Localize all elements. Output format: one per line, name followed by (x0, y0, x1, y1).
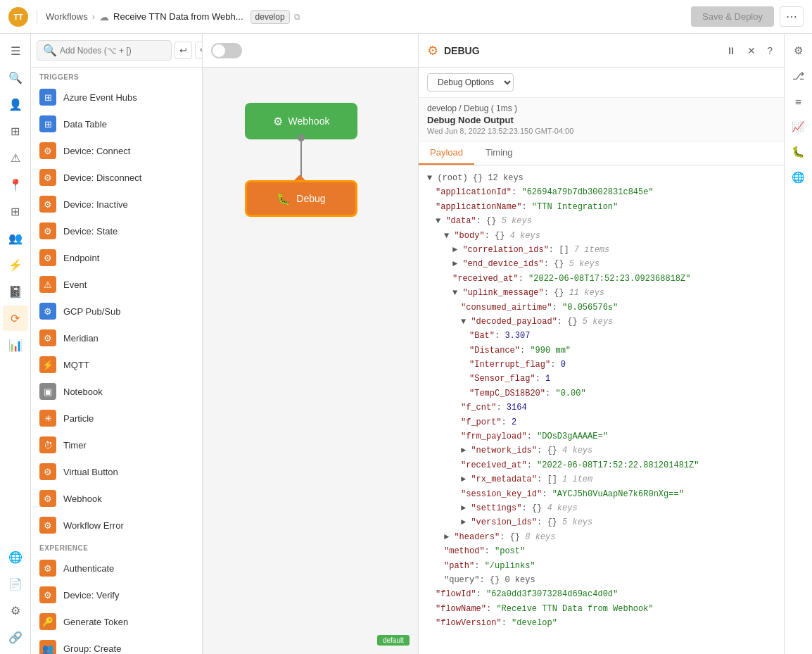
node-event[interactable]: ⚠ Event (31, 271, 202, 298)
debug-close-button[interactable]: ✕ (744, 42, 759, 59)
json-line: ► "headers": {} 8 keys (419, 530, 784, 544)
node-label-webhook: Webhook (63, 493, 102, 504)
undo-button[interactable]: ↩ (175, 42, 192, 59)
sidebar-icon-notebook[interactable]: 📓 (3, 279, 28, 304)
sidebar-icon-file[interactable]: 📄 (3, 571, 28, 596)
canvas-area: ⚙ Webhook 🐛 Debug default (203, 34, 418, 654)
right-sidebar: ⚙ ⎇ ≡ 📈 🐛 🌐 (784, 34, 812, 654)
sidebar-icon-hamburger[interactable]: ☰ (3, 38, 28, 63)
node-label-mqtt: MQTT (63, 360, 89, 370)
node-label-device-disconnect: Device: Disconnect (63, 172, 141, 183)
node-panel-toolbar: 🔍 ↩ ↪ ✂ 🔍 ⊞ ⊡ (31, 34, 202, 68)
node-virtual-button[interactable]: ⚙ Virtual Button (31, 458, 202, 485)
debug-pause-button[interactable]: ⏸ (723, 42, 739, 59)
rs-layers-icon[interactable]: ≡ (787, 90, 810, 113)
node-label-endpoint: Endpoint (63, 253, 99, 263)
node-group-create[interactable]: 👥 Group: Create (31, 635, 202, 654)
json-line: ▼ "body": {} 4 keys (419, 229, 784, 243)
breadcrumb-workflows[interactable]: Workflows (46, 11, 88, 22)
node-endpoint[interactable]: ⚙ Endpoint (31, 244, 202, 271)
node-generate-token[interactable]: 🔑 Generate Token (31, 608, 202, 635)
node-label-generate-token: Generate Token (63, 617, 128, 627)
node-device-disconnect[interactable]: ⚙ Device: Disconnect (31, 164, 202, 191)
node-workflow-error[interactable]: ⚙ Workflow Error (31, 512, 202, 539)
node-icon-data-table: ⊞ (39, 115, 56, 132)
debug-help-button[interactable]: ? (764, 42, 775, 59)
json-line: ► "rx_metadata": [] 1 item (419, 472, 784, 486)
node-notebook[interactable]: ▣ Notebook (31, 378, 202, 405)
canvas-inner[interactable]: ⚙ Webhook 🐛 Debug default (203, 68, 418, 654)
topbar-menu-button[interactable]: ⋯ (780, 6, 804, 27)
sidebar-icon-location[interactable]: 📍 (3, 172, 28, 197)
copy-icon[interactable]: ⧉ (294, 12, 300, 22)
node-label-workflow-error: Workflow Error (63, 520, 124, 531)
sidebar-icon-grid[interactable]: ⊞ (3, 199, 28, 224)
node-device-inactive[interactable]: ⚙ Device: Inactive (31, 191, 202, 218)
json-line: "query": {} 0 keys (419, 573, 784, 587)
tab-payload[interactable]: Payload (419, 142, 474, 165)
debug-options-select[interactable]: Debug Options (427, 73, 514, 92)
json-line: "Bat": 3.307 (419, 329, 784, 343)
tab-timing[interactable]: Timing (474, 142, 524, 165)
toggle-switch[interactable] (211, 43, 242, 58)
json-line: ► "network_ids": {} 4 keys (419, 444, 784, 458)
node-mqtt[interactable]: ⚡ MQTT (31, 351, 202, 378)
node-meridian[interactable]: ⚙ Meridian (31, 325, 202, 351)
node-label-notebook: Notebook (63, 386, 103, 397)
rs-debug-icon[interactable]: 🐛 (787, 141, 810, 163)
node-icon-azure: ⊞ (39, 89, 56, 106)
node-icon-generate-token: 🔑 (39, 613, 56, 630)
json-line: "f_cnt": 3164 (419, 401, 784, 415)
debug-node-icon: 🐛 (277, 192, 291, 206)
branch-badge[interactable]: develop (250, 10, 290, 24)
json-line: "consumed_airtime": "0.056576s" (419, 301, 784, 315)
rs-chart-icon[interactable]: 📈 (787, 115, 810, 138)
node-label-gcp: GCP Pub/Sub (63, 306, 120, 317)
node-timer[interactable]: ⏱ Timer (31, 432, 202, 458)
sidebar-icon-settings[interactable]: ⚙ (3, 598, 28, 623)
node-device-state[interactable]: ⚙ Device: State (31, 218, 202, 244)
json-line: "Interrupt_flag": 0 (419, 358, 784, 372)
node-icon-device-state: ⚙ (39, 222, 56, 239)
sidebar-icon-users[interactable]: 👥 (3, 225, 28, 251)
rs-settings-icon[interactable]: ⚙ (787, 39, 810, 62)
json-line: ▼ "decoded_payload": {} 5 keys (419, 315, 784, 329)
sidebar-icon-search[interactable]: 🔍 (3, 65, 28, 90)
json-line: "frm_payload": "DOsD3gAAAAE=" (419, 429, 784, 444)
rs-globe-icon[interactable]: 🌐 (787, 166, 810, 189)
node-label-device-inactive: Device: Inactive (63, 199, 128, 210)
search-input[interactable] (60, 46, 165, 56)
node-icon-gcp: ⚙ (39, 303, 56, 320)
node-azure-event-hubs[interactable]: ⊞ Azure Event Hubs (31, 84, 202, 111)
json-line: ► "end_device_ids": {} 5 keys (419, 257, 784, 271)
sidebar-icon-globe[interactable]: 🌐 (3, 544, 28, 570)
redo-button[interactable]: ↪ (195, 42, 203, 59)
topbar-divider (37, 10, 37, 24)
node-icon-webhook: ⚙ (39, 490, 56, 507)
debug-tabs: Payload Timing (419, 142, 784, 165)
webhook-node-icon: ⚙ (273, 115, 283, 128)
debug-panel-header: ⚙ DEBUG ⏸ ✕ ? (419, 34, 784, 68)
node-authenticate[interactable]: ⚙ Authenticate (31, 555, 202, 581)
node-label-particle: Particle (63, 413, 94, 424)
sidebar-icon-connections[interactable]: ⚡ (3, 252, 28, 277)
node-label-azure: Azure Event Hubs (63, 92, 137, 103)
node-device-verify[interactable]: ⚙ Device: Verify (31, 581, 202, 608)
node-particle[interactable]: ✳ Particle (31, 405, 202, 432)
node-data-table[interactable]: ⊞ Data Table (31, 111, 202, 137)
node-device-connect[interactable]: ⚙ Device: Connect (31, 137, 202, 164)
debug-canvas-node[interactable]: 🐛 Debug (245, 180, 357, 217)
sidebar-icon-table[interactable]: ⊞ (3, 118, 28, 144)
sidebar-icon-workflow-active[interactable]: ⟳ (3, 306, 28, 331)
node-webhook[interactable]: ⚙ Webhook (31, 485, 202, 512)
save-deploy-button[interactable]: Save & Deploy (691, 6, 774, 27)
sidebar-icon-alert[interactable]: ⚠ (3, 145, 28, 170)
breadcrumb: Workflows › ☁ Receive TTN Data from Webh… (46, 10, 300, 24)
search-box[interactable]: 🔍 (37, 40, 172, 61)
rs-branch-icon[interactable]: ⎇ (787, 65, 810, 87)
sidebar-icon-chart[interactable]: 📊 (3, 332, 28, 358)
node-panel: 🔍 ↩ ↪ ✂ 🔍 ⊞ ⊡ TRIGGERS ⊞ Azure Event Hub… (31, 34, 203, 654)
node-gcp-pubsub[interactable]: ⚙ GCP Pub/Sub (31, 298, 202, 325)
sidebar-icon-links[interactable]: 🔗 (3, 624, 28, 650)
sidebar-icon-user[interactable]: 👤 (3, 92, 28, 117)
